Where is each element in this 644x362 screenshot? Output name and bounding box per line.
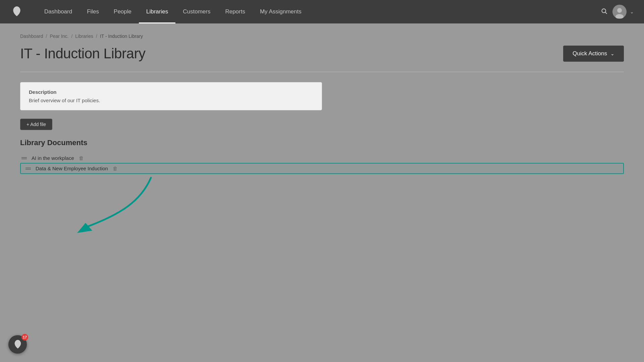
description-label: Description (29, 89, 313, 95)
nav-links: Dashboard Files People Libraries Custome… (37, 0, 596, 23)
breadcrumb-libraries[interactable]: Libraries (75, 34, 93, 39)
avatar[interactable] (612, 5, 627, 19)
avatar-chevron[interactable]: ⌄ (630, 9, 634, 14)
breadcrumb-current: IT - Induction Library (100, 34, 143, 39)
nav-dashboard[interactable]: Dashboard (37, 0, 79, 23)
breadcrumb-sep-2: / (71, 34, 72, 39)
document-list: AI in the workplace 🗑 Data & New Employe… (20, 153, 624, 174)
nav-reports[interactable]: Reports (218, 0, 253, 23)
breadcrumb-sep-1: / (46, 34, 47, 39)
notification-badge: 17 (21, 334, 28, 341)
breadcrumb-pear-inc[interactable]: Pear Inc. (50, 34, 68, 39)
nav-libraries[interactable]: Libraries (139, 0, 175, 23)
chat-button[interactable]: 17 (8, 335, 27, 354)
chevron-down-icon: ⌄ (610, 51, 614, 56)
nav-files[interactable]: Files (79, 0, 106, 23)
search-icon[interactable] (596, 8, 612, 16)
svg-point-7 (18, 340, 19, 342)
quick-actions-label: Quick Actions (573, 50, 607, 57)
header-divider (20, 72, 624, 72)
add-file-button[interactable]: + Add file (20, 119, 52, 130)
doc-name-1[interactable]: AI in the workplace (32, 155, 74, 161)
nav-people[interactable]: People (106, 0, 139, 23)
nav-right: ⌄ (612, 5, 634, 19)
breadcrumb-dashboard[interactable]: Dashboard (20, 34, 43, 39)
svg-marker-6 (77, 223, 92, 233)
chat-icon (13, 340, 22, 349)
navbar: Dashboard Files People Libraries Custome… (0, 0, 644, 23)
nav-my-assignments[interactable]: My Assignments (253, 0, 309, 23)
description-section: Description Brief overview of our IT pol… (20, 82, 322, 110)
drag-handle-2[interactable] (24, 167, 32, 170)
breadcrumb: Dashboard / Pear Inc. / Libraries / IT -… (20, 34, 624, 39)
svg-line-2 (605, 12, 607, 14)
library-docs-title: Library Documents (20, 138, 624, 147)
description-text: Brief overview of our IT policies. (29, 98, 313, 103)
svg-point-4 (617, 8, 622, 13)
delete-icon-1[interactable]: 🗑 (79, 155, 84, 161)
breadcrumb-sep-3: / (96, 34, 97, 39)
logo[interactable] (10, 5, 23, 18)
drag-handle-1[interactable] (20, 157, 28, 160)
logo-icon (11, 6, 22, 17)
page-header: IT - Induction Library Quick Actions ⌄ (20, 46, 624, 62)
page-title: IT - Induction Library (20, 46, 145, 62)
list-item: AI in the workplace 🗑 (20, 153, 624, 163)
nav-customers[interactable]: Customers (175, 0, 218, 23)
delete-icon-2[interactable]: 🗑 (113, 166, 118, 171)
quick-actions-button[interactable]: Quick Actions ⌄ (563, 46, 624, 62)
doc-name-2[interactable]: Data & New Employee Induction (36, 166, 108, 171)
svg-point-1 (602, 9, 606, 13)
annotation-arrow (54, 174, 154, 241)
svg-point-0 (17, 7, 19, 8)
main-content: Dashboard / Pear Inc. / Libraries / IT -… (0, 23, 644, 362)
list-item: Data & New Employee Induction 🗑 (20, 163, 624, 174)
